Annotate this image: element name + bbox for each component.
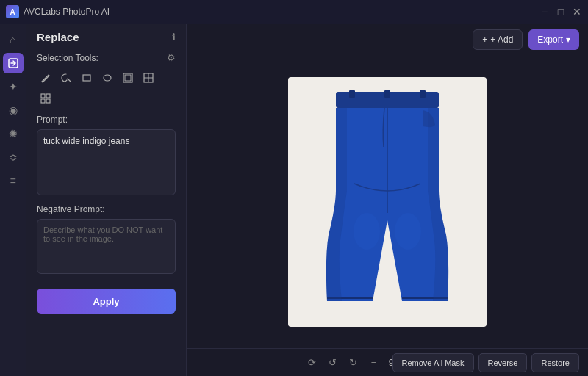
title-bar-controls[interactable]: − □ ✕ [539,7,582,17]
svg-point-2 [104,75,111,81]
reverse-button[interactable]: Reverse [478,353,528,372]
svg-rect-13 [349,90,355,98]
effect-icon[interactable]: ✺ [3,123,24,144]
sidebar-title: Replace [37,31,79,43]
rect-tool-button[interactable] [78,69,96,87]
selection-tools [26,68,186,115]
prompt-label: Prompt: [37,115,176,125]
svg-point-17 [395,213,421,250]
svg-rect-14 [420,90,426,98]
export-button[interactable]: Export ▾ [528,29,579,50]
svg-rect-9 [46,94,50,98]
svg-rect-11 [46,99,50,103]
refresh-button[interactable]: ⟳ [304,354,321,372]
app-icon: A [6,5,19,18]
minimize-button[interactable]: − [539,7,550,17]
enhance-icon[interactable]: ◉ [3,100,24,120]
info-icon[interactable]: ℹ [172,32,176,43]
add-button[interactable]: + + Add [473,29,523,50]
restore-button[interactable]: Restore [531,353,579,372]
replace-icon[interactable] [3,53,24,73]
main-area: ⌂ ✦ ◉ ✺ ≎ ≡ Replace ℹ Selection Tools: ⚙ [0,24,588,376]
svg-rect-8 [41,94,45,98]
canvas-area: + + Add Export ▾ [187,24,588,376]
close-button[interactable]: ✕ [572,7,582,17]
svg-rect-15 [384,90,390,98]
maximize-button[interactable]: □ [556,7,566,17]
selection-tools-label: Selection Tools: ⚙ [26,49,186,68]
undo-button[interactable]: ↺ [324,354,342,372]
title-bar-left: A AVCLabs PhotoPro AI [6,5,110,18]
image-tool-button[interactable] [119,69,137,87]
remove-all-mask-button[interactable]: Remove All Mask [392,353,474,372]
pen-tool-button[interactable] [37,69,54,87]
canvas-toolbar: + + Add Export ▾ [187,24,588,56]
sidebar: Replace ℹ Selection Tools: ⚙ [26,24,187,376]
app-name: AVCLabs PhotoPro AI [24,7,110,17]
negative-prompt-label: Negative Prompt: [37,204,176,214]
retouch-icon[interactable]: ✦ [3,76,24,97]
settings-icon[interactable]: ≡ [3,170,24,191]
jeans-image [288,77,487,327]
svg-rect-10 [41,99,45,103]
object-tool-button[interactable] [37,90,54,107]
jeans-svg [314,88,461,316]
svg-point-16 [354,213,380,250]
export-chevron-icon: ▾ [566,35,570,45]
prompt-section: Prompt: [26,115,186,204]
redo-button[interactable]: ↻ [345,354,362,372]
sidebar-header: Replace ℹ [26,24,186,49]
svg-rect-1 [83,75,90,81]
svg-rect-4 [125,75,131,81]
title-bar: A AVCLabs PhotoPro AI − □ ✕ [0,0,588,24]
slice-tool-button[interactable] [140,69,157,87]
add-icon: + [482,35,487,45]
icon-bar: ⌂ ✦ ◉ ✺ ≎ ≡ [0,24,26,376]
prompt-textarea[interactable] [37,129,176,195]
home-icon[interactable]: ⌂ [3,29,24,50]
adjust-icon[interactable]: ≎ [3,147,24,167]
bottom-bar: ⟳ ↺ ↻ − 96% + 1:1 Remove All Mask Revers… [187,348,588,376]
apply-button[interactable]: Apply [37,289,176,314]
lasso-tool-button[interactable] [57,69,75,87]
ellipse-tool-button[interactable] [98,69,116,87]
gear-icon[interactable]: ⚙ [167,52,176,63]
negative-prompt-textarea[interactable] [37,219,176,274]
mask-controls: Remove All Mask Reverse Restore [392,353,579,372]
canvas-content[interactable] [187,56,588,348]
zoom-out-button[interactable]: − [365,354,383,372]
negative-prompt-section: Negative Prompt: [26,204,186,283]
